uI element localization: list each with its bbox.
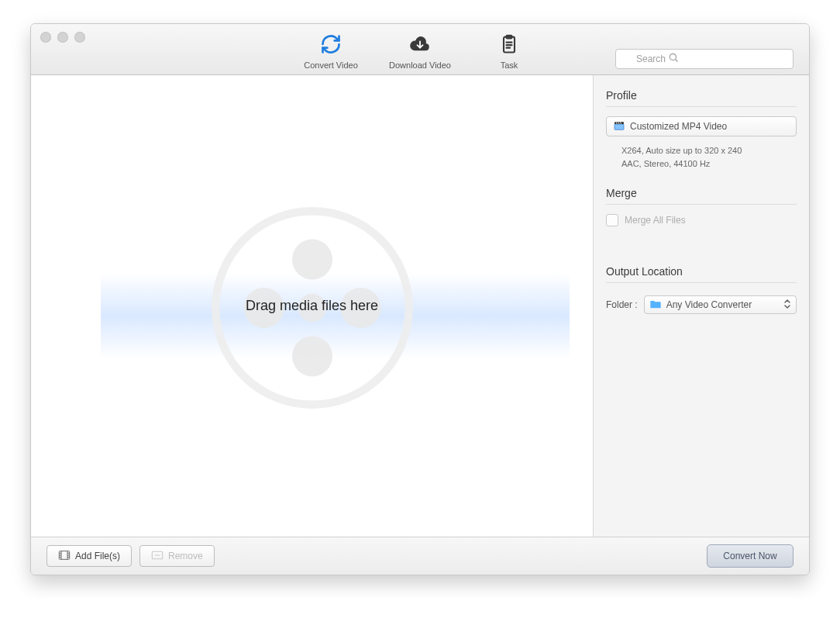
media-drop-area[interactable]: Drag media files here bbox=[31, 75, 594, 537]
refresh-icon bbox=[320, 33, 342, 57]
remove-label: Remove bbox=[168, 551, 203, 561]
window-controls bbox=[40, 32, 85, 43]
add-files-button[interactable]: Add File(s) bbox=[46, 545, 132, 567]
tab-task[interactable]: Task bbox=[482, 33, 536, 70]
divider bbox=[606, 106, 797, 107]
profile-detail-line: AAC, Stereo, 44100 Hz bbox=[621, 157, 797, 171]
tab-label: Convert Video bbox=[304, 60, 358, 70]
cloud-download-icon bbox=[409, 33, 431, 57]
merge-row: Merge All Files bbox=[606, 214, 797, 226]
updown-chevron-icon bbox=[783, 299, 791, 312]
remove-button[interactable]: Remove bbox=[139, 545, 215, 567]
side-panel: Profile Customized MP4 Video X264, Auto … bbox=[594, 75, 809, 537]
divider bbox=[606, 204, 797, 205]
merge-checkbox-label: Merge All Files bbox=[625, 215, 686, 226]
toolbar: Convert Video Download Video bbox=[31, 24, 809, 75]
folder-icon bbox=[649, 299, 662, 312]
drop-hint-text: Drag media files here bbox=[246, 298, 378, 314]
search-input[interactable] bbox=[615, 49, 794, 69]
bottom-toolbar: Add File(s) Remove Convert Now bbox=[31, 537, 809, 575]
svg-rect-9 bbox=[615, 124, 624, 129]
tab-label: Task bbox=[501, 60, 518, 70]
output-folder-selector[interactable]: Any Video Converter bbox=[644, 295, 797, 314]
toolbar-tabs: Convert Video Download Video bbox=[304, 24, 536, 74]
minimize-window-button[interactable] bbox=[57, 32, 68, 43]
search-wrap bbox=[615, 49, 794, 69]
profile-selector[interactable]: Customized MP4 Video bbox=[606, 116, 797, 136]
tab-download-video[interactable]: Download Video bbox=[389, 33, 451, 70]
close-window-button[interactable] bbox=[40, 32, 51, 43]
svg-point-5 bbox=[292, 240, 332, 280]
add-files-label: Add File(s) bbox=[75, 551, 120, 561]
svg-point-6 bbox=[292, 336, 332, 376]
merge-section-title: Merge bbox=[606, 187, 797, 199]
app-window: Convert Video Download Video bbox=[30, 23, 810, 575]
profile-section-title: Profile bbox=[606, 89, 797, 102]
convert-now-button[interactable]: Convert Now bbox=[707, 544, 794, 568]
clipboard-icon bbox=[498, 33, 520, 57]
convert-label: Convert Now bbox=[723, 551, 776, 561]
merge-all-checkbox[interactable] bbox=[606, 214, 618, 226]
tab-label: Download Video bbox=[389, 60, 451, 70]
remove-icon bbox=[151, 550, 164, 563]
film-strip-icon bbox=[58, 550, 71, 563]
output-folder-row: Folder : Any Video Converter bbox=[606, 295, 797, 314]
tab-convert-video[interactable]: Convert Video bbox=[304, 33, 358, 70]
folder-label: Folder : bbox=[606, 299, 638, 310]
content-area: Drag media files here Profile Customized… bbox=[31, 75, 809, 537]
profile-selected-label: Customized MP4 Video bbox=[630, 121, 727, 132]
maximize-window-button[interactable] bbox=[74, 32, 85, 43]
output-section-title: Output Location bbox=[606, 265, 797, 278]
profile-detail-line: X264, Auto size up to 320 x 240 bbox=[621, 144, 797, 157]
folder-value: Any Video Converter bbox=[666, 299, 752, 310]
clapperboard-icon bbox=[613, 119, 625, 134]
divider bbox=[606, 282, 797, 283]
profile-details: X264, Auto size up to 320 x 240 AAC, Ste… bbox=[606, 144, 797, 170]
